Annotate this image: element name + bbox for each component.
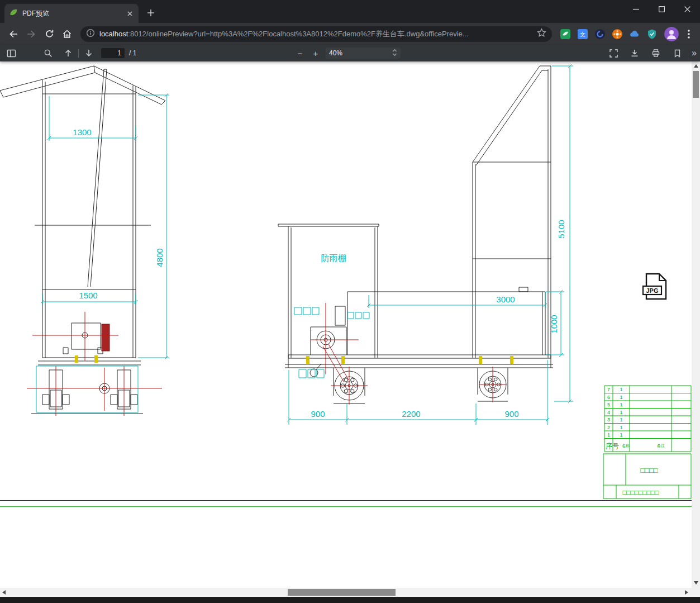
row-qty: 1: [620, 402, 622, 407]
row-qty: 1: [620, 387, 622, 392]
parts-list: 7 1 6 1 5 1 4 1 3 1 2 1 1 1: [607, 387, 623, 438]
dim-label-4800: 4800: [155, 248, 164, 267]
sidebar-toggle-icon[interactable]: [4, 46, 18, 60]
extensions-area: 文: [556, 29, 661, 40]
row-no: 6: [607, 395, 610, 400]
titlebar: PDF预览: [0, 0, 700, 23]
bookmark-icon[interactable]: [670, 46, 684, 60]
bottom-strip: [0, 597, 700, 603]
jpg-label: JPG: [646, 287, 658, 294]
front-view: 1300 4800 1500: [0, 66, 169, 416]
profile-avatar[interactable]: [664, 27, 679, 41]
header-serial: 序号: [606, 442, 619, 450]
dim-label-900-right: 900: [504, 409, 518, 419]
header-note: 备注: [657, 443, 665, 448]
row-qty: 1: [620, 425, 622, 430]
zoom-out-button[interactable]: −: [294, 48, 306, 59]
chrome-menu-icon[interactable]: [682, 27, 696, 41]
toolbar-more-icon[interactable]: »: [692, 49, 697, 58]
scroll-up-arrow[interactable]: [694, 64, 698, 68]
site-info-icon[interactable]: [86, 29, 95, 40]
pdf-page-canvas[interactable]: 1300 4800 1500: [0, 61, 700, 588]
maximize-button[interactable]: [649, 0, 674, 18]
zoom-select[interactable]: 40%: [326, 48, 401, 59]
next-page-icon[interactable]: [82, 46, 96, 60]
extension-icon-shield[interactable]: [646, 29, 658, 40]
page-number-input[interactable]: [101, 48, 125, 58]
zoom-caret-icon: [392, 49, 397, 58]
scroll-right-arrow[interactable]: [685, 590, 688, 595]
zoom-value: 40%: [329, 49, 392, 57]
title-block: 7 1 6 1 5 1 4 1 3 1 2 1 1 1 序号 名称 备注: [603, 386, 691, 498]
shelter-label: 防雨棚: [321, 253, 346, 263]
home-button[interactable]: [59, 26, 75, 42]
page-total-label: / 1: [129, 49, 136, 57]
extension-icon-translate[interactable]: 文: [577, 29, 588, 40]
spring-leaf-favicon: [9, 8, 18, 19]
zoom-in-button[interactable]: +: [310, 48, 321, 59]
zoom-controls: − + 40%: [294, 45, 401, 61]
vertical-scrollbar[interactable]: [692, 61, 700, 588]
tab-close-icon[interactable]: [125, 9, 134, 18]
dim-label-1000: 1000: [549, 315, 559, 333]
header-name: 名称: [622, 444, 630, 448]
side-view: 防雨棚 3000 1000 5100 900 2200 900: [278, 64, 573, 425]
row-qty: 1: [620, 417, 622, 422]
forward-button[interactable]: [23, 26, 39, 42]
dim-label-1500: 1500: [79, 291, 97, 300]
fullscreen-icon[interactable]: [607, 46, 620, 60]
extension-icon-proxy[interactable]: [594, 29, 606, 40]
reload-button[interactable]: [41, 26, 57, 42]
url-text: localhost:8012/onlinePreview?url=http%3A…: [99, 29, 532, 39]
new-tab-button[interactable]: [143, 5, 159, 21]
row-no: 5: [607, 402, 610, 407]
pdf-viewer-toolbar: / 1 − + 40% »: [0, 45, 700, 61]
bookmark-star-icon[interactable]: [537, 28, 546, 40]
extension-icon-green[interactable]: [560, 29, 571, 40]
vertical-scroll-thumb[interactable]: [693, 71, 699, 98]
print-icon[interactable]: [649, 46, 663, 60]
close-button[interactable]: [674, 0, 700, 18]
title-block-title: □□□□: [640, 466, 658, 474]
dim-label-2200: 2200: [402, 409, 420, 419]
navigation-bar: localhost:8012/onlinePreview?url=http%3A…: [0, 23, 700, 45]
row-no: 3: [607, 417, 610, 422]
dim-label-900-left: 900: [311, 409, 325, 419]
dim-label-1300: 1300: [73, 127, 91, 137]
svg-text:文: 文: [580, 31, 585, 37]
scroll-left-arrow[interactable]: [2, 590, 6, 595]
toolbar-separator: [78, 49, 79, 58]
cad-drawing: 1300 4800 1500: [0, 61, 692, 588]
search-icon[interactable]: [41, 46, 55, 60]
dim-label-3000: 3000: [496, 295, 515, 304]
url-path: :8012/onlinePreview?url=http%3A%2F%2Floc…: [128, 30, 468, 38]
title-block-footer: □□□□□□□□□: [622, 488, 659, 496]
horizontal-scrollbar[interactable]: [0, 588, 692, 597]
row-no: 7: [607, 387, 610, 392]
row-no: 4: [607, 410, 610, 415]
hatched-block: [102, 324, 109, 351]
row-qty: 1: [620, 432, 622, 438]
scroll-down-arrow[interactable]: [694, 581, 698, 585]
row-qty: 1: [620, 395, 622, 400]
toolbar-right-icons: »: [607, 45, 697, 61]
minimize-button[interactable]: [623, 0, 649, 18]
tab-title: PDF预览: [22, 9, 121, 18]
dim-label-5100: 5100: [556, 220, 566, 238]
previous-page-icon[interactable]: [61, 46, 75, 60]
row-no: 1: [607, 432, 610, 438]
extension-icon-cloud[interactable]: [629, 29, 640, 40]
window-controls: [623, 0, 700, 18]
back-button[interactable]: [6, 26, 21, 42]
row-qty: 1: [620, 410, 622, 415]
jpg-file-icon: JPG: [643, 274, 666, 299]
horizontal-scroll-thumb[interactable]: [288, 589, 396, 596]
url-host: localhost: [99, 30, 128, 38]
download-icon[interactable]: [628, 46, 641, 60]
browser-window: PDF预览: [0, 0, 700, 603]
url-bar[interactable]: localhost:8012/onlinePreview?url=http%3A…: [80, 26, 552, 42]
scrollbar-corner: [692, 588, 700, 597]
browser-tab[interactable]: PDF预览: [4, 4, 139, 23]
row-no: 2: [607, 425, 610, 430]
extension-icon-orange[interactable]: [612, 29, 623, 40]
